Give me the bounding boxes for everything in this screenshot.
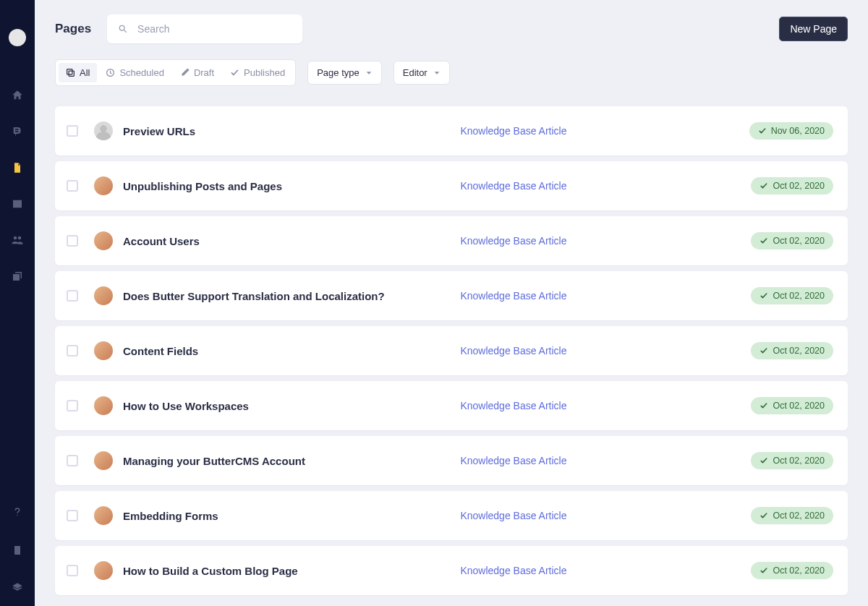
sidebar-nav	[10, 88, 25, 283]
status-tab-scheduled[interactable]: Scheduled	[98, 63, 171, 82]
status-date: Oct 02, 2020	[773, 291, 825, 301]
book-icon	[12, 544, 23, 557]
sidebar-bottom	[10, 505, 25, 606]
row-checkbox[interactable]	[67, 125, 78, 137]
page-row[interactable]: Unpublishing Posts and PagesKnowledge Ba…	[55, 161, 848, 210]
page-row[interactable]: Embedding FormsKnowledge Base ArticleOct…	[55, 491, 848, 540]
page-row[interactable]: How to Use WorkspacesKnowledge Base Arti…	[55, 381, 848, 430]
sidebar-item-docs[interactable]	[10, 543, 25, 558]
status-tab-draft[interactable]: Draft	[173, 63, 221, 82]
search-box[interactable]	[107, 14, 302, 43]
status-date: Oct 02, 2020	[773, 346, 825, 356]
status-badge: Oct 02, 2020	[751, 287, 833, 304]
author-avatar	[94, 286, 113, 305]
status-tab-label: All	[80, 67, 90, 78]
svg-rect-0	[67, 69, 72, 74]
status-badge: Oct 02, 2020	[751, 342, 833, 359]
check-icon	[760, 511, 768, 520]
chevron-down-icon	[433, 69, 441, 77]
page-row[interactable]: How to Build a Custom Blog PageKnowledge…	[55, 546, 848, 595]
author-avatar	[94, 231, 113, 250]
page-type-link[interactable]: Knowledge Base Article	[460, 510, 751, 521]
check-icon	[760, 456, 768, 465]
status-date: Oct 02, 2020	[773, 236, 825, 246]
status-date: Oct 02, 2020	[773, 181, 825, 191]
page-type-link[interactable]: Knowledge Base Article	[460, 400, 751, 411]
status-badge: Oct 02, 2020	[751, 507, 833, 524]
dropdown-label: Page type	[317, 67, 359, 78]
author-avatar	[94, 341, 113, 360]
row-checkbox[interactable]	[67, 455, 78, 466]
check-icon	[758, 127, 767, 135]
status-tab-published[interactable]: Published	[223, 63, 292, 82]
row-checkbox[interactable]	[67, 345, 78, 357]
filters-row: All Scheduled Draft Published Page type	[55, 59, 848, 86]
clock-icon	[106, 68, 115, 77]
status-date: Oct 02, 2020	[773, 401, 825, 411]
page-row-title: Embedding Forms	[123, 510, 460, 522]
page-type-link[interactable]: Knowledge Base Article	[460, 125, 749, 137]
search-input[interactable]	[137, 23, 292, 35]
page-type-link[interactable]: Knowledge Base Article	[460, 455, 751, 466]
profile-avatar[interactable]	[9, 29, 26, 46]
author-avatar	[94, 561, 113, 580]
dropdown-label: Editor	[403, 67, 427, 78]
status-tab-label: Scheduled	[119, 67, 163, 78]
home-icon	[11, 89, 24, 102]
sidebar-item-help[interactable]	[10, 505, 25, 520]
check-icon	[760, 401, 768, 410]
search-icon	[117, 23, 129, 35]
check-icon	[760, 291, 768, 300]
author-avatar	[94, 396, 113, 415]
sidebar-item-users[interactable]	[10, 233, 25, 247]
status-tab-all[interactable]: All	[59, 63, 97, 82]
status-date: Nov 06, 2020	[771, 126, 825, 136]
sidebar-item-media[interactable]	[10, 197, 25, 211]
new-page-button[interactable]: New Page	[779, 17, 848, 41]
page-row-title: How to Use Workspaces	[123, 400, 460, 412]
page-row[interactable]: Preview URLsKnowledge Base ArticleNov 06…	[55, 106, 848, 155]
status-badge: Oct 02, 2020	[751, 452, 833, 469]
page-type-link[interactable]: Knowledge Base Article	[460, 290, 751, 302]
author-avatar	[94, 176, 113, 195]
row-checkbox[interactable]	[67, 290, 78, 302]
sidebar-item-collections[interactable]	[10, 269, 25, 283]
author-avatar	[94, 506, 113, 525]
author-avatar	[94, 451, 113, 470]
stack-icon	[66, 68, 75, 77]
check-icon	[760, 566, 768, 575]
sidebar-item-pages[interactable]	[10, 161, 25, 175]
status-tab-label: Published	[244, 67, 285, 78]
group-icon	[10, 234, 25, 247]
status-badge: Oct 02, 2020	[751, 232, 833, 249]
page-type-dropdown[interactable]: Page type	[307, 61, 382, 85]
page-row[interactable]: Managing your ButterCMS AccountKnowledge…	[55, 436, 848, 485]
row-checkbox[interactable]	[67, 400, 78, 411]
page-row[interactable]: Content FieldsKnowledge Base ArticleOct …	[55, 326, 848, 375]
row-checkbox[interactable]	[67, 235, 78, 247]
row-checkbox[interactable]	[67, 510, 78, 521]
status-badge: Oct 02, 2020	[751, 397, 833, 414]
row-checkbox[interactable]	[67, 565, 78, 576]
page-type-link[interactable]: Knowledge Base Article	[460, 180, 751, 192]
sidebar-item-blog[interactable]	[10, 124, 25, 139]
status-badge: Oct 02, 2020	[751, 562, 833, 579]
sidebar-item-home[interactable]	[10, 88, 25, 103]
page-type-link[interactable]: Knowledge Base Article	[460, 235, 751, 247]
page-row-title: How to Build a Custom Blog Page	[123, 565, 460, 577]
check-icon	[760, 346, 768, 355]
status-date: Oct 02, 2020	[773, 511, 825, 521]
check-icon	[760, 236, 768, 245]
page-row[interactable]: Does Butter Support Translation and Loca…	[55, 271, 848, 320]
page-row-title: Account Users	[123, 235, 460, 247]
editor-dropdown[interactable]: Editor	[393, 61, 450, 85]
stack-files-icon	[11, 270, 24, 283]
page-type-link[interactable]: Knowledge Base Article	[460, 565, 751, 576]
sidebar-item-layers[interactable]	[10, 581, 25, 595]
check-icon	[760, 182, 768, 190]
author-avatar	[94, 121, 113, 140]
page-row[interactable]: Account UsersKnowledge Base ArticleOct 0…	[55, 216, 848, 265]
page-row-title: Managing your ButterCMS Account	[123, 455, 460, 467]
row-checkbox[interactable]	[67, 180, 78, 192]
page-type-link[interactable]: Knowledge Base Article	[460, 345, 751, 357]
